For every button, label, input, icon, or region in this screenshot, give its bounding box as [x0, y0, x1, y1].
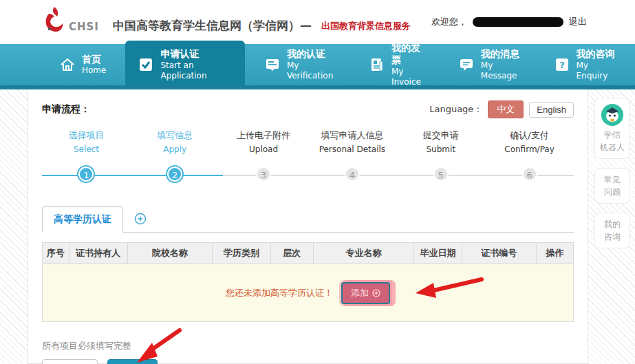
col-certificate-number: 证书编号 [462, 243, 536, 264]
checkbox-check-icon [138, 56, 154, 73]
message-bubble-icon [458, 56, 475, 73]
welcome-text: 欢迎您， [431, 16, 467, 28]
step-personal-details: 填写申请人信息 Personal Details 4 [308, 129, 396, 182]
nav-item-home[interactable]: 首页Home [50, 47, 116, 82]
nav-label-zh: 我的咨询 [577, 47, 616, 60]
site-header: CHSI 中国高等教育学生信息网（学信网）— 出国教育背景信息服务 欢迎您， 退… [0, 0, 635, 44]
step-select: 选择项目 Select 1 [42, 129, 131, 182]
site-subtitle: 出国教育背景信息服务 [321, 20, 411, 32]
main-nav: 首页Home 申请认证Start an Application 我的认证My [0, 44, 635, 89]
nav-item-my-message[interactable]: 我的消息My Message [449, 42, 535, 87]
tab-higher-education-verification[interactable]: 高等学历认证 [42, 206, 123, 233]
language-en-button[interactable]: English [529, 102, 574, 118]
logout-link[interactable]: 退出 [569, 16, 587, 28]
sidebar-my-enquiry[interactable]: 我的 咨询 [594, 213, 630, 248]
step-confirm-pay: 确认/支付 Confirm/Pay 6 [485, 129, 574, 182]
credentials-table: 序号 证书持有人 院校名称 学历类别 层次 专业名称 毕业日期 证书编号 操作 … [42, 242, 574, 322]
add-credential-button[interactable]: 添加 [341, 282, 390, 304]
certificate-icon [264, 56, 281, 73]
nav-label-en: Start an Application [160, 61, 232, 82]
step-circle-1: 1 [78, 167, 94, 182]
nav-label-en: My Enquiry [577, 61, 616, 82]
step-circle-3: 3 [256, 167, 271, 182]
col-level: 层次 [270, 243, 313, 264]
nav-label-zh: 申请认证 [160, 47, 232, 60]
home-icon [59, 56, 76, 73]
footer-actions: 上一步 下一步 [42, 359, 262, 364]
empty-state-message: 您还未添加高等学历认证！ [226, 287, 333, 299]
robot-avatar-icon [601, 103, 624, 127]
empty-state-row: 您还未添加高等学历认证！ 添加 [43, 264, 574, 322]
step-circle-6: 6 [522, 167, 537, 182]
language-zh-button[interactable]: 中文 [488, 100, 524, 118]
nav-item-my-verification[interactable]: 我的认证My Verification [255, 42, 349, 87]
tab-bar: 高等学历认证 [42, 205, 574, 233]
language-switcher: Language： 中文 English [429, 100, 574, 118]
plus-circle-icon[interactable] [134, 213, 147, 225]
redacted-username [473, 17, 563, 27]
step-circle-4: 4 [345, 167, 360, 182]
site-logo: CHSI 中国高等教育学生信息网（学信网）— 出国教育背景信息服务 [43, 6, 411, 38]
plus-circle-small-icon [372, 289, 380, 297]
page-background: 申请流程： Language： 中文 English 选择项目 Select 1… [0, 89, 635, 364]
nav-item-start-application[interactable]: 申请认证Start an Application [125, 41, 244, 88]
nav-label-zh: 首页 [82, 53, 106, 65]
nav-label-zh: 我的消息 [481, 47, 525, 60]
col-institution: 院校名称 [127, 243, 213, 264]
col-major: 专业名称 [313, 243, 414, 264]
nav-label-en: My Verification [287, 61, 340, 82]
logo-text: CHSI [69, 21, 99, 33]
process-title: 申请流程： [42, 103, 90, 116]
nav-label-zh: 我的认证 [287, 47, 340, 60]
nav-label-en: Home [82, 65, 106, 76]
nav-item-my-enquiry[interactable]: ? 我的咨询My Enquiry [544, 42, 626, 87]
nav-label-zh: 我的发票 [391, 41, 429, 66]
nav-label-en: My Message [481, 61, 525, 82]
col-actions: 操作 [536, 243, 573, 264]
col-graduation-date: 毕业日期 [414, 243, 462, 264]
step-circle-2: 2 [167, 167, 182, 182]
col-education-type: 学历类别 [213, 243, 271, 264]
step-upload: 上传电子附件 Upload 3 [219, 129, 308, 182]
invoice-icon [369, 56, 385, 73]
sidebar-faq[interactable]: 常见 问题 [594, 168, 630, 204]
svg-text:?: ? [559, 60, 565, 70]
floating-sidebar: 学信 机器人 常见 问题 我的 咨询 [594, 98, 630, 257]
annotation-arrow-next [119, 326, 185, 364]
welcome-area: 欢迎您， 退出 [431, 16, 587, 28]
question-box-icon: ? [554, 56, 570, 73]
annotation-arrow-add [410, 274, 487, 301]
site-title: 中国高等教育学生信息网（学信网）— [113, 18, 312, 34]
progress-steps: 选择项目 Select 1 填写信息 Apply 2 上传电子附件 Upload… [42, 129, 574, 200]
phoenix-logo-icon [43, 6, 63, 38]
step-apply: 填写信息 Apply 2 [131, 129, 219, 182]
previous-step-button[interactable]: 上一步 [42, 359, 98, 364]
table-header-row: 序号 证书持有人 院校名称 学历类别 层次 专业名称 毕业日期 证书编号 操作 [43, 243, 574, 264]
main-content-panel: 申请流程： Language： 中文 English 选择项目 Select 1… [28, 89, 588, 364]
language-label: Language： [429, 103, 482, 116]
col-serial: 序号 [43, 243, 69, 264]
col-certificate-holder: 证书持有人 [69, 243, 127, 264]
sidebar-robot-assistant[interactable]: 学信 机器人 [594, 98, 630, 159]
step-submit: 提交申请 Submit 5 [396, 129, 485, 182]
step-circle-5: 5 [433, 167, 449, 182]
